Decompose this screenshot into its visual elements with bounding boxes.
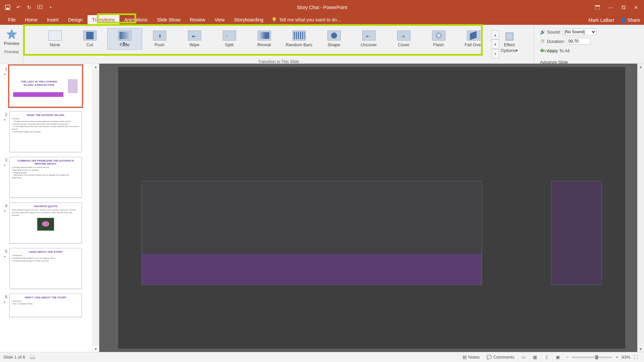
thumb-number: 5✦	[1, 248, 7, 254]
slide-editor: ▲▼	[99, 64, 644, 352]
transition-flash[interactable]: Flash	[421, 28, 456, 50]
tab-animations[interactable]: Animations	[119, 15, 152, 25]
scroll-down-icon[interactable]: ▼	[637, 346, 644, 352]
scroll-up-icon[interactable]: ▲	[637, 64, 644, 70]
share-icon: 👤	[621, 17, 626, 23]
titlebar: ↶ ↻ ▾ Story Chat - PowerPoint ― ✕	[0, 0, 644, 15]
close-icon[interactable]: ✕	[634, 5, 638, 10]
minimize-icon[interactable]: ―	[608, 5, 613, 10]
status-bar: Slide 1 of 8 📖 ▤Notes 💬Comments ▭ ▦ ▯ ▣ …	[0, 352, 644, 362]
tab-storyboarding[interactable]: Storyboarding	[229, 15, 268, 25]
slide-thumbnail-1[interactable]: THE LADY IN THE LOOKING GLASS: A REFLECT…	[9, 66, 82, 107]
slideshow-view-icon[interactable]: ▣	[552, 352, 564, 362]
transition-cut[interactable]: Cut	[72, 28, 107, 50]
transition-split[interactable]: ↔Split	[212, 28, 247, 50]
slide-canvas[interactable]	[142, 181, 602, 285]
animation-star-icon: ✦	[3, 209, 6, 213]
save-icon[interactable]	[5, 4, 11, 10]
ribbon-display-options-icon[interactable]	[595, 5, 600, 9]
normal-view-icon[interactable]: ▭	[518, 352, 529, 362]
slide-thumbnail-3[interactable]: COMMON LIFE PROBLEMS THE AUTHOR IS WRITI…	[9, 157, 82, 198]
scroll-up-icon[interactable]: ▲	[93, 64, 99, 70]
comments-button[interactable]: 💬Comments	[483, 355, 518, 360]
gallery-scroll-down-icon[interactable]: ▼	[492, 40, 499, 49]
zoom-out-icon[interactable]: −	[566, 355, 569, 360]
view-switcher: ▭ ▦ ▯ ▣	[518, 352, 564, 362]
tab-insert[interactable]: Insert	[42, 15, 63, 25]
redo-icon[interactable]: ↻	[26, 4, 32, 10]
duration-icon: ⏱	[540, 39, 545, 44]
tab-slide-show[interactable]: Slide Show	[152, 15, 185, 25]
window-title: Story Chat - PowerPoint	[297, 5, 347, 10]
slide-sorter-icon[interactable]: ▦	[529, 352, 541, 362]
tab-home[interactable]: Home	[20, 15, 42, 25]
slide-thumbnail-4[interactable]: FAVORITE QUOTE"Everything dropped from h…	[9, 202, 82, 243]
thumbnail-scrollbar[interactable]: ▲▼	[92, 64, 99, 352]
transition-wipe[interactable]: ⬅Wipe	[177, 28, 212, 50]
fit-to-window-icon[interactable]: ⛶	[634, 355, 638, 360]
transition-random-bars[interactable]: Random Bars	[282, 28, 317, 50]
slide-thumbnail-5[interactable]: LIKED ABOUT THE STORY• Analytical • Addr…	[9, 248, 82, 289]
sound-label: Sound:	[547, 29, 561, 35]
slide-thumbnail-6[interactable]: DIDN'T LIKE ABOUT THE STORY• Deceived • …	[9, 294, 82, 317]
share-button[interactable]: 👤Share	[621, 17, 640, 23]
transition-uncover[interactable]: ⇤Uncover	[352, 28, 386, 50]
subtitle-bar	[142, 254, 482, 285]
tab-view[interactable]: View	[210, 15, 229, 25]
tab-design[interactable]: Design	[63, 15, 88, 25]
start-from-beginning-icon[interactable]	[37, 4, 43, 10]
slide-thumbnail-2[interactable]: WHAT THE AUTHOR VALUES• Privacy "People …	[9, 111, 82, 152]
tab-file[interactable]: File	[3, 15, 20, 25]
transition-reveal[interactable]: Reveal	[247, 28, 282, 50]
duration-label: Duration:	[547, 39, 565, 44]
qat-customize-icon[interactable]: ▾	[48, 4, 54, 10]
signed-in-user[interactable]: Mark LaBarr	[589, 17, 614, 23]
preview-button[interactable]: Preview	[0, 26, 22, 49]
gallery-scroll[interactable]: ▲▼▾	[492, 30, 499, 58]
restore-icon[interactable]	[622, 5, 626, 9]
effect-options-button[interactable]: EffectOptions▾	[499, 28, 520, 53]
comments-icon: 💬	[486, 355, 492, 360]
gallery-more-icon[interactable]: ▾	[492, 49, 499, 58]
undo-icon[interactable]: ↶	[15, 4, 21, 10]
tab-review[interactable]: Review	[185, 15, 210, 25]
apply-all-icon: �instru	[540, 48, 545, 53]
flower-image	[37, 218, 54, 231]
slide-preview-area	[118, 67, 625, 349]
title-placeholder[interactable]	[142, 181, 482, 285]
thumb-number: 3✦	[1, 157, 7, 163]
workspace: 1✦ THE LADY IN THE LOOKING GLASS: A REFL…	[0, 64, 644, 352]
duration-input[interactable]	[567, 38, 590, 45]
slide-thumbnail-panel: 1✦ THE LADY IN THE LOOKING GLASS: A REFL…	[0, 64, 99, 352]
zoom-in-icon[interactable]: +	[615, 355, 618, 360]
sound-select[interactable]: [No Sound]	[563, 28, 596, 35]
ribbon-tabs: File Home Insert Design Transitions Anim…	[0, 15, 644, 25]
editor-scrollbar[interactable]: ▲▼	[637, 64, 644, 352]
svg-rect-7	[623, 5, 626, 8]
transition-fall-over[interactable]: Fall Over	[456, 28, 491, 50]
apply-to-all-button[interactable]: �instruApply To All	[540, 47, 638, 54]
transition-shape[interactable]: Shape	[317, 28, 352, 50]
transition-none[interactable]: None	[38, 28, 72, 50]
svg-rect-5	[595, 5, 600, 6]
side-placeholder[interactable]	[551, 181, 602, 285]
svg-rect-1	[6, 8, 9, 9]
transition-fade[interactable]: Fade	[107, 28, 142, 50]
transition-cover[interactable]: ⇥Cover	[386, 28, 421, 50]
animation-star-icon: ✦	[3, 164, 6, 167]
notes-button[interactable]: ▤Notes	[459, 355, 483, 360]
svg-marker-8	[7, 29, 17, 39]
tell-me-search[interactable]: 💡 Tell me what you want to do...	[271, 17, 341, 25]
svg-rect-6	[622, 6, 625, 9]
zoom-slider[interactable]	[572, 357, 612, 358]
animation-star-icon: ✦	[3, 72, 6, 76]
scroll-down-icon[interactable]: ▼	[93, 346, 99, 352]
reading-view-icon[interactable]: ▯	[541, 352, 552, 362]
tab-transitions[interactable]: Transitions	[88, 15, 120, 25]
gallery-scroll-up-icon[interactable]: ▲	[492, 30, 499, 40]
spellcheck-icon[interactable]: 📖	[30, 355, 35, 360]
thumb-number: 6✦	[1, 294, 7, 299]
zoom-value[interactable]: 93%	[622, 355, 630, 360]
transition-push[interactable]: ⬆Push	[142, 28, 177, 50]
bulb-icon: 💡	[271, 17, 277, 22]
